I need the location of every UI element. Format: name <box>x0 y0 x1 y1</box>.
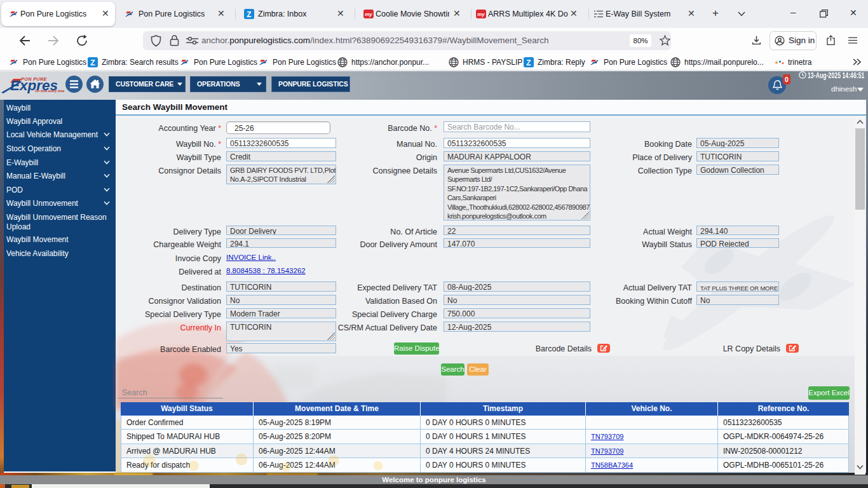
svg-text:Z: Z <box>247 10 251 19</box>
svg-text:Z: Z <box>90 58 95 67</box>
svg-text:my: my <box>477 11 485 17</box>
svg-text:my: my <box>365 11 372 17</box>
svg-text:On time every time: On time every time <box>35 89 65 93</box>
svg-text:Z: Z <box>526 58 531 67</box>
